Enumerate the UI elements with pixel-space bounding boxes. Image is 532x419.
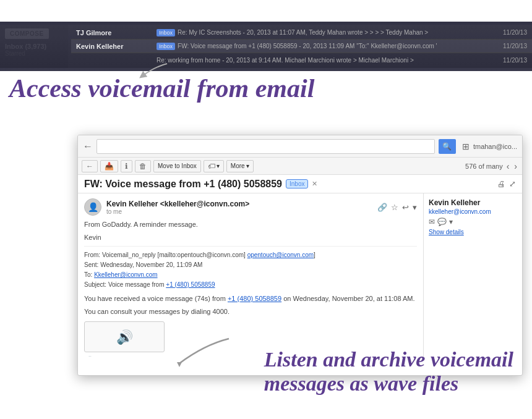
back-button[interactable]: ← [83,141,93,152]
sender-info: Kevin Kelleher <kkelleher@iconvn.com> to… [106,200,249,215]
move-to-inbox-button[interactable]: Move to Inbox [153,160,201,172]
contact-chat-icon[interactable]: 💬 [437,218,447,226]
email-subject: FW: Voice message from +1 (480) 5058859 [84,179,282,190]
strip-row-3[interactable]: Re: working from home - 20, 2013 at 9:14… [71,53,532,67]
subject-line: Subject: Voice message from +1 (480) 505… [84,280,417,290]
email-body: 👤 Kevin Kelleher <kkelleher@iconvn.com> … [78,193,522,357]
label-button[interactable]: 🏷▾ [204,160,224,172]
spam-icon: ℹ [125,162,128,171]
reply-icon[interactable]: ↩ [402,203,409,212]
bottom-annotation-line1: Listen and archive voicemail [264,348,513,371]
strip-subject-3: Re: working from home - 20, 2013 at 9:14… [157,57,498,64]
strip-date-2: 11/20/13 [503,43,527,49]
to-me-label: to me [106,208,249,215]
play-icon: 🔊 [116,327,133,347]
body-para-1: You have received a voice message (74s) … [84,294,417,304]
strip-badge-1: Inbox [157,29,175,36]
reply-more-icon[interactable]: ▾ [413,203,417,212]
strip-row-1[interactable]: TJ Gilmore Inbox Re: My IC Screenshots -… [71,26,532,40]
email-list-strip: TJ Gilmore Inbox Re: My IC Screenshots -… [0,25,532,68]
email-client-window: ← 🔍 ⊞ tmahan@ico... ← 📥 ℹ 🗑 Move to Inbo… [77,135,523,376]
bottom-annotation-line2: messages as wave files [264,372,458,395]
sender-avatar: 👤 [84,198,101,216]
more-button[interactable]: More ▾ [226,160,254,172]
body-para-2: You can consult your messages by dialing… [84,307,417,317]
grid-icon[interactable]: ⊞ [462,142,470,151]
delete-icon: 🗑 [139,162,147,171]
next-email-button[interactable]: › [514,161,517,171]
archive-button[interactable]: 📥 [100,160,118,172]
search-icon: 🔍 [442,142,452,151]
link-icon: 🔗 [377,203,387,212]
strip-subject-2: FW: Voice message from +1 (480) 5058859 … [178,43,498,49]
contact-name-right: Kevin Kelleher [429,198,517,207]
new-window-icon[interactable]: ⤢ [509,179,516,188]
show-details-link[interactable]: Show details [429,229,517,235]
move-to-inbox-label: Move to Inbox [158,163,197,169]
archive-icon: 📥 [105,162,114,171]
contact-email-right[interactable]: kkelleher@iconvn.com [429,208,517,215]
search-input[interactable] [97,139,435,154]
gmail-toolbar: ← 📥 ℹ 🗑 Move to Inbox 🏷▾ More ▾ 576 of m… [78,158,522,175]
delete-button[interactable]: 🗑 [135,160,151,172]
email-content: From GoDaddy. A reminder message. Kevin … [84,219,417,357]
back-icon: ← [86,162,93,171]
sender-row: 👤 Kevin Kelleher <kkelleher@iconvn.com> … [84,198,417,216]
wav-icon: 🔊 [84,355,94,357]
inbox-tag[interactable]: Inbox [286,179,308,188]
label-icon: 🏷 [208,162,215,171]
strip-row-2[interactable]: Kevin Kelleher Inbox FW: Voice message f… [71,40,532,53]
body-greeting: From GoDaddy. A reminder message. [84,219,417,230]
body-name: Kevin [84,232,417,243]
report-spam-button[interactable]: ℹ [121,160,132,172]
gmail-topbar: ← 🔍 ⊞ tmahan@ico... [78,135,522,158]
subject-link[interactable]: +1 (480) 5058859 [166,281,215,288]
bottom-annotation: Listen and archive voicemail messages as… [264,347,513,396]
strip-sender-1: TJ Gilmore [76,29,157,36]
strip-date-3: 11/20/13 [503,57,527,64]
from-line: From: Voicemail_no_reply [mailto:opentou… [84,250,417,260]
from-link[interactable]: opentouch@iconvn.com [247,252,314,258]
sender-name: Kevin Kelleher <kkelleher@iconvn.com> [106,200,249,208]
audio-player[interactable]: 🔊 [84,321,165,352]
strip-subject-1: Re: My IC Screenshots - 20, 2013 at 11:0… [178,29,498,36]
contact-icons: ✉ 💬 ▾ [429,218,517,226]
sent-line: Sent: Wednesday, November 20, 11:09 AM [84,260,417,270]
email-action-icons: 🖨 ⤢ [497,179,516,188]
contact-mail-icon[interactable]: ✉ [429,218,435,226]
more-label: More ▾ [231,163,250,169]
strip-badge-2: Inbox [157,43,175,50]
email-count: 576 of many [465,163,503,170]
phone-link[interactable]: +1 (480) 5058859 [228,295,281,302]
main-heading: Access voicemail from email [9,74,314,103]
to-link[interactable]: Kkelleher@iconvn.com [94,271,157,278]
print-icon[interactable]: 🖨 [497,179,505,188]
strip-date-1: 11/20/13 [503,29,527,36]
email-sidebar-right: Kevin Kelleher kkelleher@iconvn.com ✉ 💬 … [423,193,522,357]
prev-email-button[interactable]: ‹ [507,161,510,171]
to-line: To: Kkelleher@iconvn.com [84,270,417,280]
search-button[interactable]: 🔍 [439,139,456,154]
arrow-bottom [167,332,241,370]
strip-sender-2: Kevin Kelleher [76,43,157,50]
contact-more-icon[interactable]: ▾ [449,218,453,226]
avatar-icon: 👤 [88,202,98,212]
star-icon[interactable]: ☆ [391,203,398,212]
forwarded-headers: From: Voicemail_no_reply [mailto:opentou… [84,246,417,290]
email-subject-bar: FW: Voice message from +1 (480) 5058859 … [78,175,522,193]
email-main-content: 👤 Kevin Kelleher <kkelleher@iconvn.com> … [78,193,423,357]
user-email-display: tmahan@ico... [473,143,517,150]
svg-marker-0 [177,362,182,367]
wav-filename: VoiceMessage.wav [97,356,150,357]
back-toolbar-button[interactable]: ← [82,160,98,172]
